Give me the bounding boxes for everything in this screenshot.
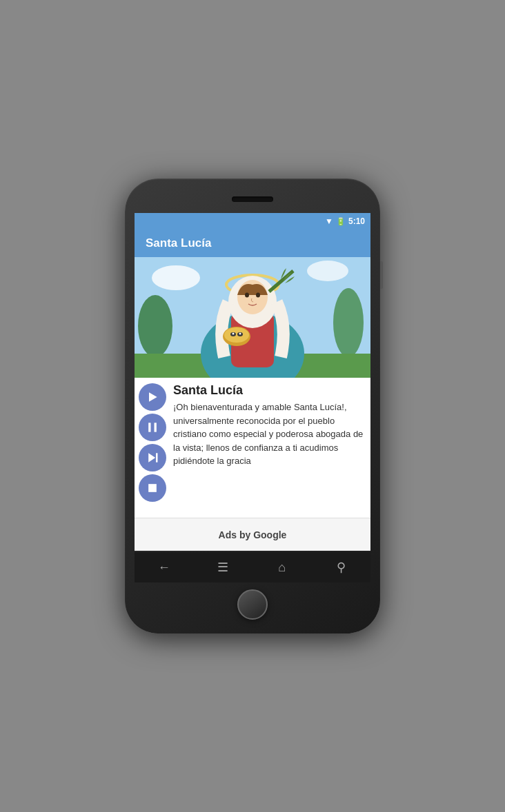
play-button[interactable] (139, 383, 166, 411)
ads-label: Ads by Google (219, 529, 287, 540)
play-icon (146, 390, 159, 404)
song-title: Santa Lucía (173, 383, 364, 398)
wifi-icon: ▼ (325, 216, 333, 226)
menu-button[interactable]: ☰ (208, 552, 238, 582)
phone-speaker (232, 196, 273, 202)
svg-point-2 (307, 261, 348, 281)
stop-icon (146, 481, 159, 495)
status-time: 5:10 (348, 216, 365, 226)
song-lyrics: ¡Oh bienaventurada y amable Santa Lucía!… (173, 400, 364, 468)
app-title: Santa Lucía (146, 236, 211, 250)
svg-point-15 (224, 327, 249, 343)
battery-icon: 🔋 (336, 217, 346, 226)
phone-top (135, 191, 370, 207)
media-controls (135, 378, 170, 518)
home-button[interactable]: ⌂ (267, 552, 297, 582)
svg-point-3 (138, 295, 172, 357)
svg-rect-22 (155, 423, 157, 432)
svg-point-11 (245, 293, 249, 298)
saint-image (135, 257, 370, 378)
volume-button[interactable] (380, 261, 383, 289)
content-area: Santa Lucía ¡Oh bienaventurada y amable … (135, 378, 370, 518)
skip-button[interactable] (139, 444, 166, 471)
back-button[interactable]: ← (149, 552, 179, 582)
svg-point-1 (152, 265, 200, 290)
svg-marker-20 (149, 392, 157, 401)
search-button[interactable]: ⚲ (326, 552, 356, 582)
status-bar: ▼ 🔋 5:10 (135, 213, 370, 230)
physical-home-button[interactable] (237, 589, 268, 620)
svg-point-18 (232, 333, 235, 335)
ads-bar[interactable]: Ads by Google (135, 518, 370, 551)
pause-button[interactable] (139, 414, 166, 441)
app-bar: Santa Lucía (135, 230, 370, 257)
svg-point-19 (239, 333, 241, 335)
phone-device: ▼ 🔋 5:10 Santa Lucía (125, 179, 380, 633)
phone-screen: ▼ 🔋 5:10 Santa Lucía (135, 213, 370, 551)
svg-rect-25 (148, 484, 157, 492)
skip-icon (146, 451, 159, 465)
phone-bottom (135, 589, 370, 620)
svg-rect-21 (148, 423, 150, 432)
text-content: Santa Lucía ¡Oh bienaventurada y amable … (170, 378, 370, 518)
saint-illustration (135, 257, 370, 378)
stop-button[interactable] (139, 474, 166, 502)
svg-marker-23 (148, 453, 155, 462)
svg-point-4 (333, 288, 364, 357)
svg-point-12 (256, 293, 260, 298)
pause-icon (146, 420, 159, 434)
svg-rect-24 (156, 453, 158, 462)
phone-nav: ← ☰ ⌂ ⚲ (135, 552, 370, 582)
